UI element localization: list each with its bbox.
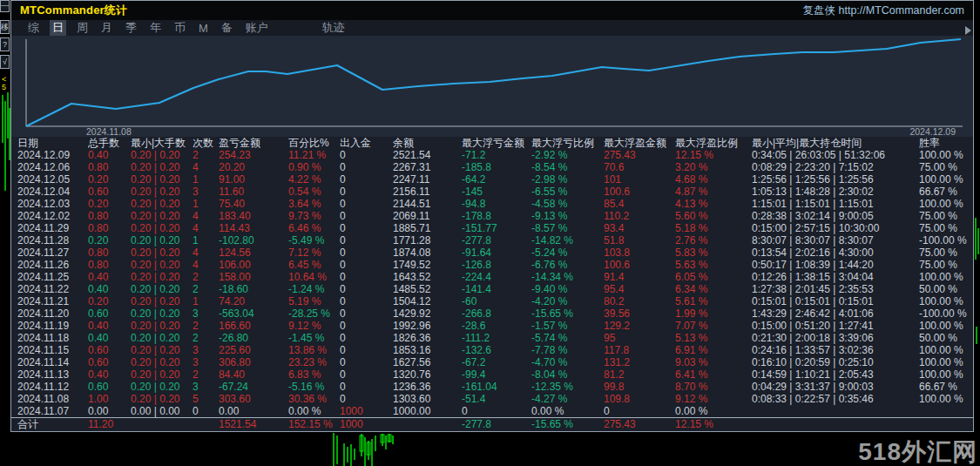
cell: 100.00 % [919,173,971,186]
menu-tab-1[interactable]: 综 [25,20,42,36]
equity-chart-area: 2024.11.08 2024.12.09 [11,36,973,137]
menu-tab-10[interactable]: 账户 [243,20,271,36]
cell: 0 [340,222,393,234]
cell: 30.36 % [288,393,340,405]
cell: 0.90 % [288,161,340,173]
cell: 13.86 % [288,344,340,356]
table-row[interactable]: 2024.12.020.800.20 | 0.204183.409.73 %02… [17,210,973,222]
cell: -28.25 % [288,307,340,320]
table-row[interactable]: 2024.11.070.000.00 | 0.0000.000.00 %1000… [17,405,973,417]
table-row[interactable]: 2024.11.250.400.20 | 0.202158.0010.64 %0… [17,271,973,283]
table-row[interactable]: 2024.11.270.800.20 | 0.204124.567.12 %01… [17,247,973,259]
menu-tab-9[interactable]: 备 [219,20,235,36]
table-row[interactable]: 2024.11.140.600.20 | 0.203306.8023.23 %0… [17,356,973,368]
menu-tab-11[interactable]: 轨迹 [320,20,348,36]
menu-tab-5[interactable]: 季 [123,20,139,36]
cell: 100.00 % [919,344,971,356]
cell: 2024.12.04 [17,186,88,198]
check-button[interactable]: √ [0,55,10,69]
table-row[interactable]: 2024.12.090.400.20 | 0.202254.2311.21 %0… [17,149,973,161]
cell: 0 [340,149,393,161]
cell: 2024.11.18 [17,332,88,344]
cell: 4 [193,222,219,234]
table-row[interactable]: 2024.11.220.400.20 | 0.202-18.60-1.24 %0… [17,283,973,295]
cell: 9.03 % [675,356,752,368]
scroll-arrow-icon[interactable] [965,26,971,35]
cell: 3.20 % [675,161,752,173]
cell: 100.00 % [919,149,971,161]
table-row[interactable]: 2024.11.081.000.20 | 0.205303.6030.36 %0… [17,393,973,405]
menu-tab-4[interactable]: 月 [98,20,115,36]
table-row[interactable]: 2024.12.040.600.20 | 0.20311.600.54 %021… [17,186,973,198]
column-header[interactable]: 日期 [17,137,88,149]
cell: 2024.11.19 [17,320,88,332]
menu-tab-2[interactable]: 日 [50,20,66,36]
column-header[interactable]: 盈亏金额 [219,137,288,149]
move-button[interactable]: 移 [0,20,10,34]
column-header[interactable]: 总手数 [88,137,131,149]
minimize-button[interactable]: — [0,0,10,12]
cell: 74.20 [219,295,288,307]
table-row[interactable]: 2024.11.180.400.20 | 0.202-26.80-1.45 %0… [17,332,973,344]
column-header[interactable]: 最大浮盈比例 [675,137,752,149]
column-header[interactable]: 百分比% [288,137,340,149]
column-header[interactable]: 最小|大手数 [131,137,193,149]
cell: 0 [340,368,393,381]
column-header[interactable]: 最大浮亏比例 [531,137,604,149]
column-header[interactable]: 次数 [193,137,219,149]
table-row[interactable]: 2024.11.200.600.20 | 0.203-563.04-28.25 … [17,307,973,320]
cell: 2024.11.29 [17,222,88,234]
cell: 0:28:38 | 3:02:14 | 9:00:05 [752,210,919,222]
cell: 1 [193,295,219,307]
column-header[interactable]: 胜率 [919,137,971,149]
menu-tab-8[interactable]: M [196,22,211,35]
cell: 1 [193,198,219,210]
cell: 0.00 % [531,405,604,417]
cell: 0:13:54 | 2:02:16 | 4:30:00 [752,247,919,259]
cell: 51.8 [604,234,675,247]
menu-tab-3[interactable]: 周 [74,20,91,36]
cell: 100.00 % [919,393,971,405]
table-row[interactable]: 2024.11.130.400.20 | 0.20284.406.83 %013… [17,368,973,381]
cell: 0:15:00 | 2:57:15 | 10:30:00 [752,222,919,234]
table-row[interactable]: 2024.12.060.800.20 | 0.20420.200.90 %022… [17,161,973,173]
table-row[interactable]: 2024.12.050.200.20 | 0.20191.004.22 %022… [17,173,973,186]
cell: 2 [193,271,219,283]
cell: 9.73 % [288,210,340,222]
column-header[interactable]: 最小|平均|最大持仓时间 [752,137,919,149]
cell: -178.8 [462,210,531,222]
table-row[interactable]: 2024.11.260.800.20 | 0.204106.006.45 %01… [17,259,973,271]
table-row[interactable]: 2024.11.290.800.20 | 0.204114.436.46 %01… [17,222,973,234]
table-row[interactable]: 2024.11.150.600.20 | 0.203225.6013.86 %0… [17,344,973,356]
cell: -5.24 % [531,247,604,259]
column-header[interactable]: 余额 [393,137,462,149]
cell: 1:43:29 | 2:46:42 | 4:01:06 [752,307,919,320]
cell: -14.34 % [531,271,604,283]
column-header[interactable]: 最大浮盈金额 [604,137,675,149]
cell: 0 [340,161,393,173]
table-row[interactable]: 2024.11.120.600.20 | 0.203-67.24-5.16 %0… [17,381,973,393]
cell: -5.74 % [531,332,604,344]
cell: 1485.52 [393,283,462,295]
cell: 0 [340,186,393,198]
help-button[interactable]: ? [0,37,10,51]
cell: 5.18 % [675,222,752,234]
cell: 0:24:16 | 1:33:57 | 3:02:36 [752,344,919,356]
column-header[interactable]: 出入金 [340,137,393,149]
right-edge-candlestick-decoration [974,209,980,348]
cell: 183.40 [219,210,288,222]
cell: 0.20 | 0.20 [131,283,193,295]
cell: 0.80 [88,161,131,173]
cell: 2024.11.22 [17,283,88,295]
table-row[interactable]: 2024.11.280.200.20 | 0.201-102.80-5.49 %… [17,234,973,247]
menu-tab-7[interactable]: 币 [172,20,188,36]
table-row[interactable]: 2024.11.190.400.20 | 0.202166.609.12 %01… [17,320,973,332]
column-header[interactable]: 最大浮亏金额 [462,137,531,149]
table-total-row[interactable]: 合计11.201521.54152.15 %1000-277.8-15.65 %… [11,417,973,431]
table-row[interactable]: 2024.11.210.200.20 | 0.20174.205.19 %015… [17,295,973,307]
statistics-table: 日期总手数最小|大手数次数盈亏金额百分比%出入金余额最大浮亏金额最大浮亏比例最大… [11,137,973,431]
table-row[interactable]: 2024.12.030.200.20 | 0.20175.403.64 %021… [17,198,973,210]
menu-tab-6[interactable]: 年 [147,20,164,36]
cell: 0:34:05 | 26:03:05 | 51:32:06 [752,149,919,161]
cell: 303.60 [219,393,288,405]
